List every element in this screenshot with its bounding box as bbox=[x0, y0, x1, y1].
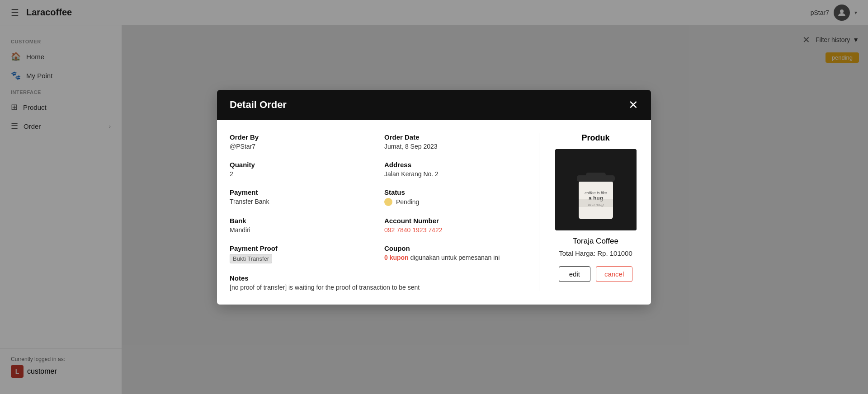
address-value: Jalan Kerang No. 2 bbox=[384, 170, 521, 178]
order-by-field: Order By @PStar7 bbox=[230, 133, 366, 150]
modal-overlay: Detail Order ✕ Order By @PStar7 Order Da… bbox=[0, 0, 868, 394]
bank-value: Mandiri bbox=[230, 226, 366, 234]
coupon-highlight: 0 kupon bbox=[384, 254, 409, 261]
coupon-suffix: digunakan untuk pemesanan ini bbox=[409, 254, 500, 261]
bank-field: Bank Mandiri bbox=[230, 217, 366, 234]
quantity-value: 2 bbox=[230, 170, 366, 178]
notes-label: Notes bbox=[230, 274, 521, 282]
svg-rect-4 bbox=[586, 173, 606, 177]
status-field: Status Pending bbox=[384, 188, 521, 206]
payment-label: Payment bbox=[230, 188, 366, 196]
quantity-label: Quanity bbox=[230, 161, 366, 169]
modal-title: Detail Order bbox=[230, 99, 287, 111]
cancel-order-button[interactable]: cancel bbox=[596, 266, 632, 282]
address-field: Address Jalan Kerang No. 2 bbox=[384, 161, 521, 178]
order-date-field: Order Date Jumat, 8 Sep 2023 bbox=[384, 133, 521, 150]
product-section-title: Produk bbox=[581, 133, 609, 143]
coupon-value: 0 kupon digunakan untuk pemesanan ini bbox=[384, 254, 521, 261]
payment-proof-label: Payment Proof bbox=[230, 244, 366, 252]
modal-action-buttons: edit cancel bbox=[559, 266, 633, 282]
address-label: Address bbox=[384, 161, 521, 169]
modal-body: Order By @PStar7 Order Date Jumat, 8 Sep… bbox=[217, 120, 651, 305]
detail-grid: Order By @PStar7 Order Date Jumat, 8 Sep… bbox=[230, 133, 521, 291]
quantity-field: Quanity 2 bbox=[230, 161, 366, 178]
product-image: coffee is like a hug in a mug bbox=[555, 149, 637, 230]
status-dot-icon bbox=[384, 198, 392, 206]
svg-rect-8 bbox=[579, 199, 613, 207]
account-number-value: 092 7840 1923 7422 bbox=[384, 226, 521, 234]
svg-text:coffee is like: coffee is like bbox=[585, 191, 607, 195]
bank-label: Bank bbox=[230, 217, 366, 225]
edit-button[interactable]: edit bbox=[559, 266, 590, 282]
notes-field: Notes [no proof of transfer] is waiting … bbox=[230, 274, 521, 291]
modal-close-button[interactable]: ✕ bbox=[628, 99, 638, 111]
payment-field: Payment Transfer Bank bbox=[230, 188, 366, 206]
payment-proof-image: Bukti Transfer bbox=[230, 254, 272, 263]
status-label: Status bbox=[384, 188, 521, 196]
order-date-label: Order Date bbox=[384, 133, 521, 141]
payment-value: Transfer Bank bbox=[230, 198, 366, 205]
order-date-value: Jumat, 8 Sep 2023 bbox=[384, 143, 521, 150]
detail-order-modal: Detail Order ✕ Order By @PStar7 Order Da… bbox=[217, 90, 651, 305]
payment-proof-field: Payment Proof Bukti Transfer bbox=[230, 244, 366, 263]
product-section: Produk coffee is like a hug in bbox=[539, 133, 638, 291]
status-value: Pending bbox=[384, 198, 521, 206]
payment-proof-value: Bukti Transfer bbox=[230, 254, 366, 263]
modal-header: Detail Order ✕ bbox=[217, 90, 651, 120]
account-number-field: Account Number 092 7840 1923 7422 bbox=[384, 217, 521, 234]
product-total: Total Harga: Rp. 101000 bbox=[559, 249, 632, 257]
coupon-field: Coupon 0 kupon digunakan untuk pemesanan… bbox=[384, 244, 521, 263]
notes-value: [no proof of transfer] is waiting for th… bbox=[230, 284, 521, 291]
order-by-label: Order By bbox=[230, 133, 366, 141]
product-name: Toraja Coffee bbox=[573, 237, 618, 246]
order-details-section: Order By @PStar7 Order Date Jumat, 8 Sep… bbox=[230, 133, 521, 291]
coupon-label: Coupon bbox=[384, 244, 521, 252]
order-by-value: @PStar7 bbox=[230, 143, 366, 150]
account-number-label: Account Number bbox=[384, 217, 521, 225]
